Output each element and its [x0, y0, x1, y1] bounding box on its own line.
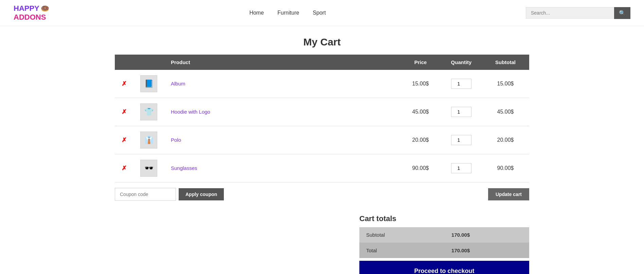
product-name-link[interactable]: Sunglasses [171, 165, 197, 171]
price-cell: 90.00$ [400, 154, 441, 182]
search-container: 🔍 [526, 7, 630, 19]
table-row: ✗ 👕 Hoodie with Logo 45.00$ 45.00$ [115, 98, 529, 126]
subtotal-label: Subtotal [359, 227, 445, 243]
search-button[interactable]: 🔍 [614, 7, 630, 19]
quantity-input[interactable] [451, 107, 471, 117]
product-name-cell: Album [164, 70, 400, 98]
main-nav: Home Furniture Sport [249, 10, 326, 16]
product-name-cell: Sunglasses [164, 154, 400, 182]
search-input[interactable] [526, 7, 614, 19]
product-image: 📘 [140, 75, 157, 92]
col-header-subtotal: Subtotal [482, 55, 529, 70]
checkout-button[interactable]: Proceed to checkout [359, 261, 529, 274]
col-header-quantity: Quantity [441, 55, 482, 70]
logo-addons: ADDONS [14, 13, 49, 22]
product-image-cell: 📘 [133, 70, 164, 98]
coupon-left: Apply coupon [115, 188, 224, 201]
table-header-row: Product Price Quantity Subtotal [115, 55, 529, 70]
coupon-row: Apply coupon Update cart [115, 188, 529, 201]
price-cell: 15.00$ [400, 70, 441, 98]
cart-totals-section: Cart totals Subtotal 170.00$ Total 170.0… [115, 214, 529, 274]
search-icon: 🔍 [619, 10, 626, 16]
apply-coupon-button[interactable]: Apply coupon [179, 188, 224, 200]
remove-button[interactable]: ✗ [122, 136, 127, 144]
page-title: My Cart [0, 36, 644, 48]
price-cell: 45.00$ [400, 98, 441, 126]
table-row: ✗ 👔 Polo 20.00$ 20.00$ [115, 126, 529, 154]
total-value: 170.00$ [445, 243, 529, 258]
update-cart-button[interactable]: Update cart [488, 188, 529, 200]
cart-totals-title: Cart totals [359, 214, 529, 223]
logo: HAPPY 🍩 ADDONS [14, 4, 49, 22]
col-header-image [133, 55, 164, 70]
cart-table: Product Price Quantity Subtotal ✗ 📘 Albu… [115, 55, 529, 182]
remove-cell: ✗ [115, 98, 133, 126]
product-image-cell: 🕶️ [133, 154, 164, 182]
product-name-cell: Hoodie with Logo [164, 98, 400, 126]
product-image: 👕 [140, 103, 157, 120]
coupon-input[interactable] [115, 188, 176, 201]
quantity-cell [441, 98, 482, 126]
remove-button[interactable]: ✗ [122, 164, 127, 172]
product-name-link[interactable]: Polo [171, 137, 181, 143]
quantity-cell [441, 70, 482, 98]
subtotal-row: Subtotal 170.00$ [359, 227, 529, 243]
remove-button[interactable]: ✗ [122, 80, 127, 87]
main-content: Product Price Quantity Subtotal ✗ 📘 Albu… [101, 55, 543, 274]
subtotal-cell: 20.00$ [482, 126, 529, 154]
nav-home[interactable]: Home [249, 10, 264, 16]
quantity-cell [441, 154, 482, 182]
total-label: Total [359, 243, 445, 258]
product-image: 👔 [140, 132, 157, 149]
header: HAPPY 🍩 ADDONS Home Furniture Sport 🔍 [0, 0, 644, 26]
quantity-input[interactable] [451, 135, 471, 145]
total-row: Total 170.00$ [359, 243, 529, 258]
logo-happy: HAPPY 🍩 [14, 4, 49, 13]
product-name-link[interactable]: Hoodie with Logo [171, 109, 210, 115]
subtotal-cell: 90.00$ [482, 154, 529, 182]
subtotal-cell: 45.00$ [482, 98, 529, 126]
product-name-link[interactable]: Album [171, 81, 185, 86]
quantity-input[interactable] [451, 79, 471, 89]
table-row: ✗ 🕶️ Sunglasses 90.00$ 90.00$ [115, 154, 529, 182]
product-name-cell: Polo [164, 126, 400, 154]
subtotal-value: 170.00$ [445, 227, 529, 243]
table-row: ✗ 📘 Album 15.00$ 15.00$ [115, 70, 529, 98]
col-header-remove [115, 55, 133, 70]
nav-sport[interactable]: Sport [313, 10, 326, 16]
remove-cell: ✗ [115, 70, 133, 98]
nav-furniture[interactable]: Furniture [278, 10, 299, 16]
subtotal-cell: 15.00$ [482, 70, 529, 98]
product-image: 🕶️ [140, 160, 157, 177]
remove-button[interactable]: ✗ [122, 108, 127, 116]
quantity-cell [441, 126, 482, 154]
col-header-product: Product [164, 55, 400, 70]
price-cell: 20.00$ [400, 126, 441, 154]
totals-table: Subtotal 170.00$ Total 170.00$ [359, 227, 529, 258]
cart-totals-box: Cart totals Subtotal 170.00$ Total 170.0… [359, 214, 529, 274]
quantity-input[interactable] [451, 163, 471, 173]
remove-cell: ✗ [115, 126, 133, 154]
remove-cell: ✗ [115, 154, 133, 182]
product-image-cell: 👔 [133, 126, 164, 154]
product-image-cell: 👕 [133, 98, 164, 126]
col-header-price: Price [400, 55, 441, 70]
